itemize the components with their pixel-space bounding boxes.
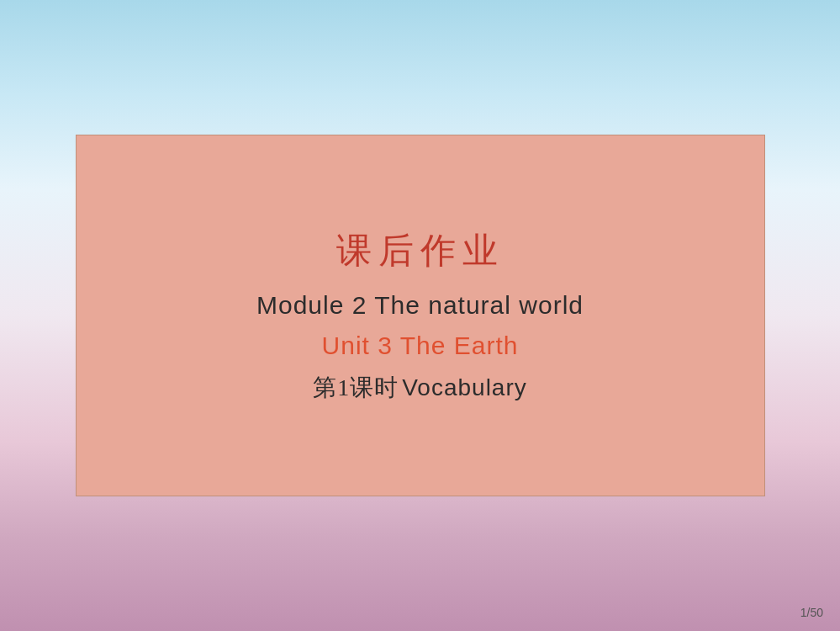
page-indicator: 1/50 (800, 606, 823, 619)
module-line: Module 2 The natural world (256, 291, 584, 320)
lesson-number-chinese: 第1课时 (313, 372, 399, 404)
lesson-english: Vocabulary (402, 374, 527, 401)
slide-title-chinese: 课后作业 (336, 227, 505, 274)
unit-line: Unit 3 The Earth (322, 331, 519, 360)
lesson-line: 第1课时 Vocabulary (313, 372, 527, 404)
slide-card: 课后作业 Module 2 The natural world Unit 3 T… (76, 135, 765, 496)
